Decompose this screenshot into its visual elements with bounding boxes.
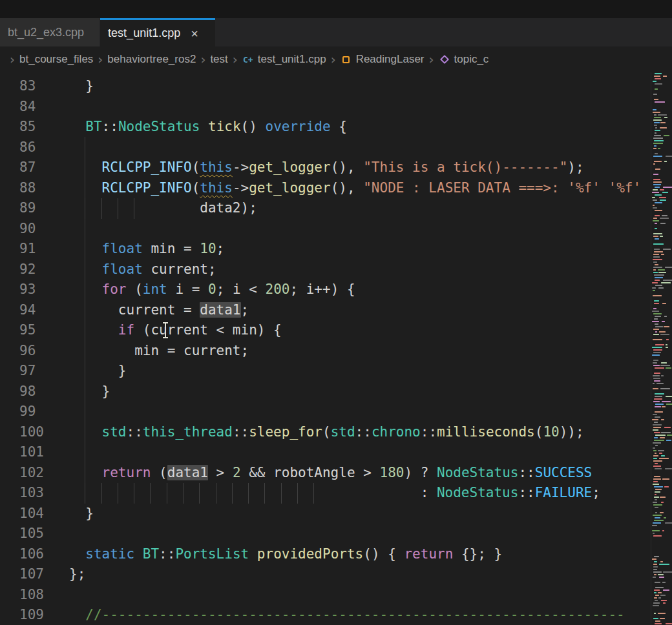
chevron-right-icon: › xyxy=(228,52,242,67)
code-line[interactable]: 91 float min = 10; xyxy=(0,239,672,260)
code-text: }; xyxy=(69,564,672,585)
method-symbol-icon xyxy=(439,54,450,65)
breadcrumb-item-bt-course-files[interactable]: bt_course_files xyxy=(19,53,93,66)
code-line[interactable]: 108 xyxy=(0,585,672,606)
line-number[interactable]: 88 xyxy=(0,178,69,199)
line-number[interactable]: 85 xyxy=(0,117,69,138)
code-line[interactable]: 100 std::this_thread::sleep_for(std::chr… xyxy=(0,422,672,443)
code-text: //--------------------------------------… xyxy=(69,605,672,625)
code-text xyxy=(69,219,672,240)
code-text: RCLCPP_INFO(this->get_logger(), "NODE : … xyxy=(69,178,672,199)
line-number[interactable]: 107 xyxy=(0,564,69,585)
code-line[interactable]: 87 RCLCPP_INFO(this->get_logger(), "This… xyxy=(0,158,672,178)
code-text: if (current < min) { xyxy=(69,320,672,341)
code-editor[interactable]: 83 }8485 BT::NodeStatus tick() override … xyxy=(0,72,672,625)
code-line[interactable]: 107}; xyxy=(0,564,672,585)
tab-label: bt_u2_ex3.cpp xyxy=(8,26,84,39)
line-number[interactable]: 104 xyxy=(0,504,69,524)
code-line[interactable]: 106 static BT::PortsList providedPorts()… xyxy=(0,544,672,565)
line-number[interactable]: 105 xyxy=(0,524,69,544)
line-number[interactable]: 100 xyxy=(0,422,69,443)
code-line[interactable]: 104 } xyxy=(0,504,672,524)
close-icon[interactable]: × xyxy=(189,27,200,40)
line-number[interactable]: 87 xyxy=(0,158,69,178)
code-line[interactable]: 97 } xyxy=(0,361,672,382)
line-number[interactable]: 102 xyxy=(0,463,69,484)
code-line[interactable]: 105 xyxy=(0,524,672,544)
code-text: min = current; xyxy=(69,341,672,362)
breadcrumb-item-topic[interactable]: topic_c xyxy=(439,53,489,66)
code-text xyxy=(69,442,672,463)
line-number[interactable]: 90 xyxy=(0,219,69,240)
code-line[interactable]: 101 xyxy=(0,442,672,463)
class-symbol-icon xyxy=(341,54,352,65)
code-text: : NodeStatus::FAILURE; xyxy=(69,483,672,504)
line-number[interactable]: 97 xyxy=(0,361,69,382)
tab-bt-u2-ex3-cpp[interactable]: bt_u2_ex3.cpp xyxy=(0,18,100,46)
line-number[interactable]: 95 xyxy=(0,320,69,341)
code-line[interactable]: 96 min = current; xyxy=(0,341,672,362)
code-line[interactable]: 103 : NodeStatus::FAILURE; xyxy=(0,483,672,504)
code-line[interactable]: 92 float current; xyxy=(0,260,672,280)
code-text: data2); xyxy=(69,198,672,219)
code-text: } xyxy=(69,382,672,402)
code-line[interactable]: 90 xyxy=(0,219,672,240)
code-text xyxy=(69,402,672,422)
chevron-right-icon: › xyxy=(93,52,107,67)
line-number[interactable]: 96 xyxy=(0,341,69,362)
indent-guide xyxy=(69,198,134,219)
code-text: std::this_thread::sleep_for(std::chrono:… xyxy=(69,422,672,443)
code-line[interactable]: 109 //----------------------------------… xyxy=(0,605,672,625)
chevron-right-icon: › xyxy=(196,52,210,67)
code-text: float min = 10; xyxy=(69,239,672,260)
line-number[interactable]: 83 xyxy=(0,76,69,97)
line-number[interactable]: 108 xyxy=(0,585,69,606)
breadcrumb-item-behaviortree-ros2[interactable]: behaviortree_ros2 xyxy=(107,53,196,66)
cpp-file-icon: C+ xyxy=(242,54,254,65)
code-line[interactable]: 98 } xyxy=(0,382,672,402)
code-line[interactable]: 84 xyxy=(0,97,672,118)
code-text xyxy=(69,585,672,606)
chevron-right-icon: › xyxy=(5,52,19,67)
line-number[interactable]: 84 xyxy=(0,97,69,118)
code-text: } xyxy=(69,76,672,97)
line-number[interactable]: 101 xyxy=(0,442,69,463)
indent-guide xyxy=(69,483,314,504)
code-line[interactable]: 89 data2); xyxy=(0,198,672,219)
code-line[interactable]: 95 if (current < min) { xyxy=(0,320,672,341)
breadcrumb-item-readinglaser[interactable]: ReadingLaser xyxy=(341,53,425,66)
code-text: RCLCPP_INFO(this->get_logger(), "This is… xyxy=(69,158,672,178)
tab-test-unit1-cpp[interactable]: test_unit1.cpp × xyxy=(100,18,215,46)
code-line[interactable]: 99 xyxy=(0,402,672,422)
line-number[interactable]: 92 xyxy=(0,260,69,280)
line-number[interactable]: 103 xyxy=(0,483,69,504)
code-line[interactable]: 93 for (int i = 0; i < 200; i++) { xyxy=(0,280,672,300)
breadcrumb: › bt_course_files › behaviortree_ros2 › … xyxy=(0,46,672,72)
line-number[interactable]: 91 xyxy=(0,239,69,260)
minimap[interactable] xyxy=(651,72,672,625)
code-text xyxy=(69,97,672,118)
code-text: current = data1; xyxy=(69,300,672,321)
line-number[interactable]: 106 xyxy=(0,544,69,565)
breadcrumb-item-test[interactable]: test xyxy=(210,53,227,66)
breadcrumb-item-test-unit1-cpp[interactable]: C+ test_unit1.cpp xyxy=(242,53,326,66)
code-line[interactable]: 83 } xyxy=(0,76,672,97)
line-number[interactable]: 93 xyxy=(0,280,69,300)
code-line[interactable]: 94 current = data1; xyxy=(0,300,672,321)
code-line[interactable]: 88 RCLCPP_INFO(this->get_logger(), "NODE… xyxy=(0,178,672,199)
line-number[interactable]: 86 xyxy=(0,138,69,158)
line-number[interactable]: 98 xyxy=(0,382,69,402)
line-number[interactable]: 109 xyxy=(0,605,69,625)
line-number[interactable]: 89 xyxy=(0,198,69,219)
line-number[interactable]: 94 xyxy=(0,300,69,321)
tab-label: test_unit1.cpp xyxy=(108,26,180,40)
code-line[interactable]: 86 xyxy=(0,138,672,158)
code-line[interactable]: 85 BT::NodeStatus tick() override { xyxy=(0,117,672,138)
line-number[interactable]: 99 xyxy=(0,402,69,422)
code-text: for (int i = 0; i < 200; i++) { xyxy=(69,280,672,300)
code-text: float current; xyxy=(69,260,672,280)
code-text: } xyxy=(69,504,672,524)
code-text: BT::NodeStatus tick() override { xyxy=(69,117,672,138)
code-line[interactable]: 102 return (data1 > 2 && robotAngle > 18… xyxy=(0,463,672,484)
code-text xyxy=(69,524,672,544)
